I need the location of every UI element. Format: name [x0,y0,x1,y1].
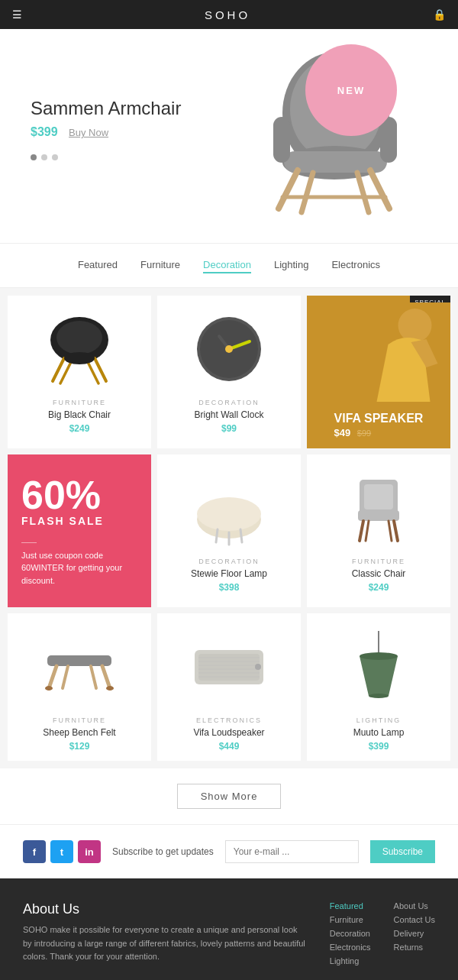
site-title: SOHO [22,8,433,21]
footer-link-featured[interactable]: Featured [330,901,371,910]
product-price-label: $99 [221,423,237,434]
product-category-label: DECORATION [198,399,259,406]
product-big-black-chair[interactable]: FURNITURE Big Black Chair $249 [8,296,151,448]
svg-line-8 [302,173,313,212]
footer-link-contact[interactable]: Contact Us [394,915,435,924]
svg-rect-31 [364,484,393,509]
svg-point-55 [369,694,389,698]
product-category-label: ELECTRONICS [196,716,262,724]
product-name-label: Classic Chair [352,568,406,579]
hamburger-icon[interactable]: ☰ [12,8,22,21]
header: ☰ SOHO 🔒 [0,0,458,29]
hero-product-name: Sammen Armchair [31,98,427,119]
product-price-label: $129 [69,741,90,752]
instagram-icon[interactable]: in [78,840,101,863]
product-image-loudspeaker [165,625,293,709]
svg-line-39 [102,666,110,688]
footer-link-delivery[interactable]: Delivery [394,929,435,938]
product-category-label: DECORATION [198,558,259,565]
product-category-label: LIGHTING [356,716,402,724]
lock-icon[interactable]: 🔒 [433,8,446,21]
nav-decoration[interactable]: Decoration [203,257,251,273]
svg-line-38 [49,666,56,688]
svg-point-12 [56,321,102,354]
nav-electronics[interactable]: Electronics [331,257,380,273]
product-price-label: $449 [219,741,240,752]
svg-line-36 [389,521,392,541]
product-sheep-bench[interactable]: FURNITURE Sheep Bench Felt $129 [8,613,151,761]
product-name-label: Bright Wall Clock [195,409,264,420]
svg-point-43 [106,686,114,691]
footer-link-about[interactable]: About Us [394,901,435,910]
svg-line-33 [360,521,363,541]
show-more-button[interactable]: Show More [177,784,282,809]
svg-point-22 [225,345,233,353]
footer-link-cols: Featured Furniture Decoration Electronic… [330,901,435,965]
dot-2[interactable] [41,154,47,160]
flash-sale-card[interactable]: 60% FLASH SALE Just use coupon code 60WI… [8,454,151,607]
twitter-icon[interactable]: t [50,840,73,863]
product-stewie-lamp[interactable]: DECORATION Stewie Floor Lamp $398 [157,454,301,607]
subscribe-label: Subscribe to get updates [112,846,214,857]
nav-lighting[interactable]: Lighting [274,257,309,273]
product-muuto-lamp[interactable]: LIGHTING Muuto Lamp $399 [307,613,450,761]
footer-link-lighting[interactable]: Lighting [330,956,371,965]
product-price-label: $399 [369,741,389,752]
svg-point-24 [398,309,432,342]
product-image-stewie [165,466,293,550]
product-name-label: Muuto Lamp [353,727,405,738]
product-category-label: FURNITURE [53,716,106,724]
hero-buy-now[interactable]: Buy Now [69,127,108,138]
special-price-new: $49 [334,427,351,438]
subscribe-button[interactable]: Subscribe [370,840,435,863]
special-price-old: $99 [357,429,371,438]
nav-featured[interactable]: Featured [78,257,118,273]
product-vifa-speaker[interactable]: SPECIAL VIFA SPEAKER $49 $99 [307,296,450,448]
subscribe-area: f t in Subscribe to get updates Subscrib… [0,824,458,878]
dot-3[interactable] [52,154,58,160]
facebook-icon[interactable]: f [23,840,46,863]
footer-link-furniture[interactable]: Furniture [330,915,371,924]
footer-about-text: SOHO make it possible for everyone to cr… [23,923,307,964]
svg-line-7 [370,170,389,209]
svg-line-9 [357,173,369,212]
svg-line-34 [394,521,398,541]
product-category-label: FURNITURE [53,399,106,406]
svg-point-52 [255,664,261,670]
footer-link-decoration[interactable]: Decoration [330,929,371,938]
category-nav: Featured Furniture Decoration Lighting E… [0,243,458,288]
dot-1[interactable] [31,154,37,160]
product-price-label: $249 [69,423,90,434]
product-price-label: $249 [369,582,389,593]
svg-point-54 [360,652,398,660]
svg-point-26 [197,497,261,531]
footer-link-electronics[interactable]: Electronics [330,943,371,952]
subscribe-email-input[interactable] [225,840,359,863]
svg-line-40 [63,666,68,688]
product-image-lamp [314,625,443,709]
footer-about-title: About Us [23,901,307,917]
footer-col2: About Us Contact Us Delivery Returns [394,901,435,965]
flash-label: FLASH SALE [21,515,104,527]
footer-about: About Us SOHO make it possible for every… [23,901,307,965]
product-image-classic-chair [314,466,443,550]
svg-line-41 [91,666,96,688]
hero-section: NEW Sammen Armchair $399 Buy Now [0,29,458,243]
svg-line-6 [279,170,298,209]
product-image-clock [165,307,293,391]
product-classic-chair[interactable]: FURNITURE Classic Chair $249 [307,454,450,607]
footer: About Us SOHO make it possible for every… [0,878,458,980]
nav-furniture[interactable]: Furniture [140,257,180,273]
show-more-area: Show More [0,768,458,824]
product-wall-clock[interactable]: DECORATION Bright Wall Clock $99 [157,296,301,448]
social-icons: f t in [23,840,101,863]
footer-link-returns[interactable]: Returns [394,943,435,952]
special-content: VIFA SPEAKER $49 $99 [325,402,433,448]
svg-line-28 [240,529,242,542]
product-vifa-loudspeaker[interactable]: ELECTRONICS Vifa Loudspeaker $449 [157,613,301,761]
svg-line-27 [216,529,218,542]
flash-percent: 60% [21,475,101,515]
product-category-label: FURNITURE [352,558,405,565]
special-product-name: VIFA SPEAKER [334,411,424,425]
footer-col1: Featured Furniture Decoration Electronic… [330,901,371,965]
